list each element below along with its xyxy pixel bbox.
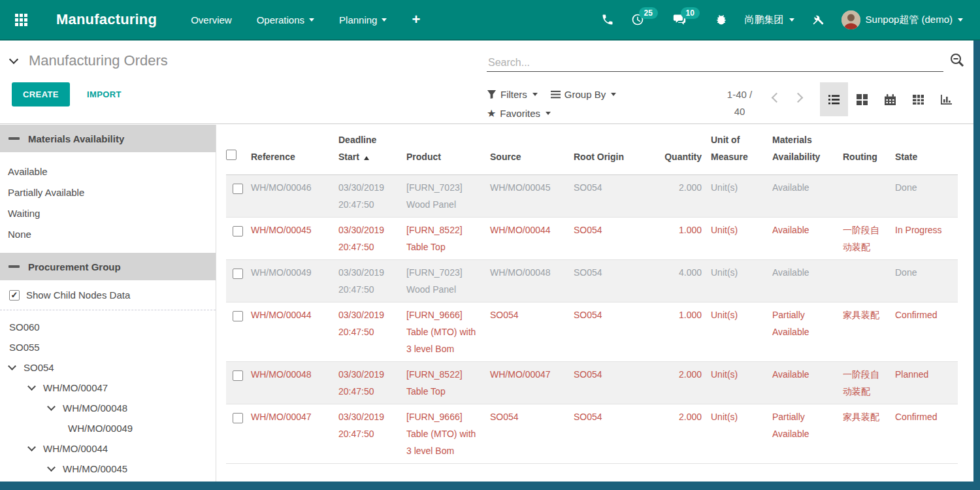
menu-overview[interactable]: Overview: [191, 14, 232, 25]
row-checkbox[interactable]: [233, 311, 243, 321]
tree-item[interactable]: SO055: [0, 337, 216, 357]
section-materials-availability[interactable]: Materials Availability: [0, 125, 216, 152]
select-all-checkbox[interactable]: [226, 150, 237, 160]
row-select-cell[interactable]: [226, 404, 251, 464]
cell-routing[interactable]: 一阶段自动装配: [843, 218, 895, 260]
cell-routing[interactable]: 家具装配: [843, 302, 895, 362]
tree-item[interactable]: WH/MO/00047: [0, 378, 216, 398]
filters-menu[interactable]: Filters: [487, 85, 538, 104]
menu-planning[interactable]: Planning: [339, 14, 387, 25]
pager-next-icon[interactable]: [793, 93, 804, 103]
row-select-cell[interactable]: [226, 302, 251, 362]
cell-state[interactable]: Planned: [895, 362, 958, 404]
search-button[interactable]: [943, 52, 966, 72]
search-input[interactable]: [487, 54, 943, 72]
row-select-cell[interactable]: [226, 175, 251, 218]
chevron-down-icon[interactable]: [27, 382, 36, 391]
column-header-deadline[interactable]: DeadlineStart: [338, 125, 406, 175]
cell-uom[interactable]: Unit(s): [711, 175, 772, 218]
view-kanban-button[interactable]: [848, 82, 876, 116]
cell-root-origin[interactable]: SO054: [574, 260, 659, 302]
table-row[interactable]: WH/MO/0004703/30/201920:47:50[FURN_9666]…: [226, 404, 958, 464]
availability-filter-item[interactable]: Available: [8, 161, 216, 182]
row-select-cell[interactable]: [226, 362, 251, 404]
table-row[interactable]: WH/MO/0004603/30/201920:47:50[FURN_7023]…: [226, 175, 958, 218]
chevron-down-icon[interactable]: [27, 443, 36, 451]
create-button[interactable]: CREATE: [12, 82, 70, 106]
section-procurement-group[interactable]: Procurement Group: [0, 253, 216, 280]
cell-source[interactable]: WH/MO/00048: [490, 260, 574, 302]
cell-deadline[interactable]: 03/30/201920:47:50: [338, 175, 406, 218]
cell-uom[interactable]: Unit(s): [711, 362, 772, 404]
menu-operations[interactable]: Operations: [257, 14, 314, 25]
cell-reference[interactable]: WH/MO/00048: [251, 362, 338, 404]
cell-routing[interactable]: [843, 175, 895, 218]
cell-availability[interactable]: Available: [772, 362, 843, 404]
row-select-cell[interactable]: [226, 218, 251, 260]
table-row[interactable]: WH/MO/0004503/30/201920:47:50[FURN_8522]…: [226, 218, 958, 260]
checkbox-checked[interactable]: ✓: [9, 290, 20, 301]
tree-item[interactable]: WH/MO/00048: [0, 398, 216, 418]
column-header-uom[interactable]: Unit ofMeasure: [711, 125, 772, 175]
cell-product[interactable]: [FURN_9666] Table (MTO) with 3 level Bom: [406, 404, 490, 464]
cell-state[interactable]: Done: [895, 175, 958, 218]
new-menu-button[interactable]: +: [412, 12, 420, 27]
cell-deadline[interactable]: 03/30/201920:47:50: [338, 260, 406, 302]
tree-item[interactable]: WH/MO/00045: [0, 459, 216, 479]
cell-quantity[interactable]: 2.000: [659, 175, 711, 218]
cell-routing[interactable]: 一阶段自动装配: [843, 362, 895, 404]
cell-availability[interactable]: Available: [772, 218, 843, 260]
cell-state[interactable]: Confirmed: [895, 302, 958, 362]
cell-source[interactable]: SO054: [490, 404, 574, 464]
tree-item[interactable]: WH/MO/00044: [0, 438, 216, 459]
column-header-state[interactable]: State: [895, 125, 958, 175]
column-header-reference[interactable]: Reference: [251, 125, 338, 175]
cell-uom[interactable]: Unit(s): [711, 218, 772, 260]
messages-button[interactable]: 10: [673, 13, 686, 26]
cell-root-origin[interactable]: SO054: [574, 302, 659, 362]
voip-phone-button[interactable]: [601, 13, 614, 26]
cell-reference[interactable]: WH/MO/00049: [251, 260, 338, 302]
column-header-source[interactable]: Source: [490, 125, 574, 175]
activities-button[interactable]: 25: [631, 13, 644, 26]
tree-item[interactable]: SO060: [0, 317, 216, 337]
cell-state[interactable]: Confirmed: [895, 404, 958, 464]
cell-quantity[interactable]: 2.000: [659, 404, 711, 464]
column-header-routing[interactable]: Routing: [843, 125, 895, 175]
cell-product[interactable]: [FURN_8522] Table Top: [406, 218, 490, 260]
cell-reference[interactable]: WH/MO/00045: [251, 218, 338, 260]
table-row[interactable]: WH/MO/0004903/30/201920:47:50[FURN_7023]…: [226, 260, 958, 302]
view-list-button[interactable]: [820, 82, 848, 116]
cell-quantity[interactable]: 4.000: [659, 260, 711, 302]
tree-item[interactable]: SO054: [0, 357, 216, 378]
column-header-root_origin[interactable]: Root Origin: [574, 125, 659, 175]
cell-root-origin[interactable]: SO054: [574, 404, 659, 464]
cell-root-origin[interactable]: SO054: [574, 218, 659, 260]
cell-uom[interactable]: Unit(s): [711, 404, 772, 464]
import-button[interactable]: IMPORT: [87, 90, 122, 99]
availability-filter-item[interactable]: Waiting: [8, 203, 216, 224]
cell-product[interactable]: [FURN_8522] Table Top: [406, 362, 490, 404]
tree-item[interactable]: WH/MO/00049: [0, 418, 216, 438]
chevron-down-icon[interactable]: [8, 362, 16, 370]
cell-quantity[interactable]: 1.000: [659, 302, 711, 362]
cell-root-origin[interactable]: SO054: [574, 175, 659, 218]
cell-availability[interactable]: Available: [772, 260, 843, 302]
vertical-scrollbar[interactable]: [973, 41, 980, 490]
cell-quantity[interactable]: 2.000: [659, 362, 711, 404]
apps-grid-icon[interactable]: [0, 0, 42, 39]
cell-state[interactable]: Done: [895, 260, 958, 302]
cell-source[interactable]: WH/MO/00044: [490, 218, 574, 260]
row-checkbox[interactable]: [233, 269, 243, 279]
row-checkbox[interactable]: [233, 184, 243, 194]
show-child-nodes-toggle[interactable]: ✓ Show Child Nodes Data: [0, 280, 216, 310]
cell-reference[interactable]: WH/MO/00046: [251, 175, 338, 218]
cell-deadline[interactable]: 03/30/201920:47:50: [338, 362, 406, 404]
collapse-chevron-icon[interactable]: [9, 54, 18, 63]
cell-source[interactable]: WH/MO/00047: [490, 362, 574, 404]
company-switcher[interactable]: 尚鹏集团: [745, 14, 794, 26]
availability-filter-item[interactable]: Partially Available: [8, 182, 216, 203]
cell-product[interactable]: [FURN_7023] Wood Panel: [406, 175, 490, 218]
select-all-cell[interactable]: [226, 125, 251, 175]
chevron-down-icon[interactable]: [47, 402, 56, 411]
